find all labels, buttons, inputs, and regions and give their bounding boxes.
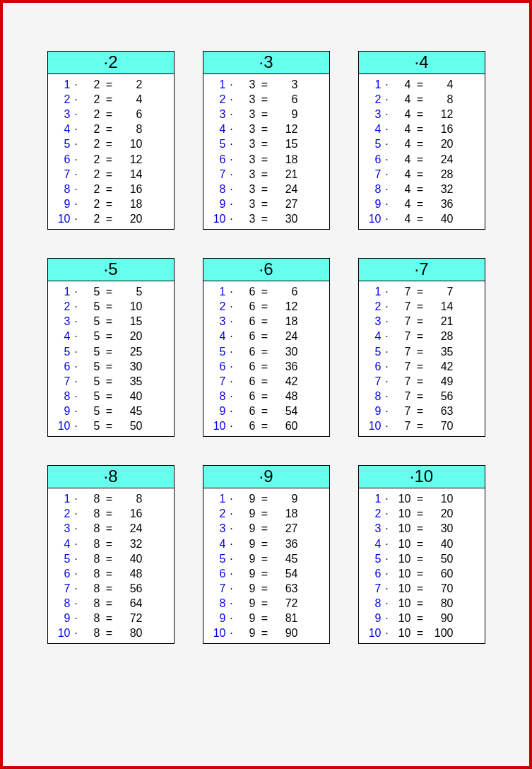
equals-sign: =	[100, 122, 119, 136]
equals-sign: =	[100, 566, 119, 581]
operator-dot: ·	[382, 182, 393, 196]
product: 90	[430, 611, 454, 626]
multiplier: 5	[82, 389, 100, 404]
table-row: 1·3=3	[208, 77, 325, 92]
operator-dot: ·	[71, 92, 82, 107]
product: 50	[430, 551, 454, 566]
table-row: 2·2=4	[52, 92, 170, 107]
table-row: 7·9=63	[208, 581, 325, 596]
operator-dot: ·	[226, 284, 237, 299]
multiplication-card: ·41·4=42·4=83·4=124·4=165·4=206·4=247·4=…	[358, 51, 485, 230]
product: 80	[119, 626, 143, 640]
multiplier: 4	[393, 167, 411, 182]
operator-dot: ·	[382, 284, 393, 299]
product: 15	[274, 136, 298, 151]
table-row: 10·5=50	[52, 418, 170, 433]
multiplier: 4	[393, 152, 411, 167]
equals-sign: =	[100, 374, 119, 389]
equals-sign: =	[411, 211, 430, 226]
multiplier: 2	[82, 182, 100, 196]
equals-sign: =	[411, 566, 430, 581]
table-row: 4·8=32	[52, 536, 170, 551]
table-row: 10·8=80	[52, 626, 170, 640]
operator-dot: ·	[71, 521, 82, 536]
table-row: 3·3=9	[208, 107, 325, 122]
table-row: 4·5=20	[52, 329, 170, 344]
operator-dot: ·	[226, 92, 237, 107]
operator-dot: ·	[71, 491, 82, 506]
multiplier: 6	[237, 344, 256, 359]
table-row: 8·10=80	[363, 596, 480, 611]
multiplicand: 1	[363, 77, 382, 92]
operator-dot: ·	[382, 374, 393, 389]
multiplier: 8	[82, 551, 100, 566]
multiplier: 6	[237, 329, 256, 344]
equals-sign: =	[256, 314, 274, 329]
product: 8	[119, 122, 143, 136]
multiplication-card: ·71·7=72·7=143·7=214·7=285·7=356·7=427·7…	[358, 258, 485, 437]
operator-dot: ·	[382, 506, 393, 521]
card-body: 1·5=52·5=103·5=154·5=205·5=256·5=307·5=3…	[48, 281, 174, 436]
table-row: 5·2=10	[52, 136, 170, 151]
equals-sign: =	[256, 521, 274, 536]
operator-dot: ·	[382, 611, 393, 626]
product: 14	[430, 299, 454, 314]
operator-dot: ·	[71, 389, 82, 404]
multiplicand: 6	[363, 359, 382, 374]
multiplication-card: ·61·6=62·6=123·6=184·6=245·6=306·6=367·6…	[203, 258, 330, 437]
multiplication-card: ·81·8=82·8=163·8=244·8=325·8=406·8=487·8…	[47, 465, 175, 644]
product: 63	[430, 404, 454, 418]
operator-dot: ·	[382, 344, 393, 359]
equals-sign: =	[100, 521, 119, 536]
product: 100	[430, 626, 454, 640]
operator-dot: ·	[226, 182, 237, 196]
product: 42	[430, 359, 454, 374]
multiplier: 9	[237, 491, 256, 506]
product: 60	[274, 418, 298, 433]
multiplier: 4	[393, 122, 411, 136]
operator-dot: ·	[71, 596, 82, 611]
multiplier: 10	[393, 611, 411, 626]
table-row: 9·2=18	[52, 196, 170, 211]
table-row: 10·2=20	[52, 211, 170, 226]
equals-sign: =	[100, 418, 119, 433]
product: 9	[274, 491, 298, 506]
product: 18	[274, 314, 298, 329]
equals-sign: =	[256, 329, 274, 344]
product: 24	[274, 329, 298, 344]
product: 20	[119, 329, 143, 344]
equals-sign: =	[411, 581, 430, 596]
product: 40	[430, 536, 454, 551]
equals-sign: =	[256, 596, 274, 611]
card-body: 1·9=92·9=183·9=274·9=365·9=456·9=547·9=6…	[203, 488, 329, 643]
table-row: 10·7=70	[363, 418, 480, 433]
multiplier: 8	[82, 506, 100, 521]
table-row: 7·4=28	[363, 167, 480, 182]
operator-dot: ·	[226, 344, 237, 359]
multiplier: 5	[82, 404, 100, 418]
operator-dot: ·	[226, 611, 237, 626]
multiplicand: 1	[208, 77, 226, 92]
multiplier: 6	[237, 389, 256, 404]
multiplicand: 5	[208, 344, 226, 359]
operator-dot: ·	[71, 284, 82, 299]
multiplier: 4	[393, 136, 411, 151]
operator-dot: ·	[382, 167, 393, 182]
multiplicand: 5	[363, 551, 382, 566]
equals-sign: =	[100, 182, 119, 196]
operator-dot: ·	[226, 404, 237, 418]
multiplier: 2	[82, 211, 100, 226]
multiplicand: 9	[208, 611, 226, 626]
operator-dot: ·	[382, 314, 393, 329]
table-row: 7·2=14	[52, 167, 170, 182]
table-row: 3·2=6	[52, 107, 170, 122]
product: 72	[274, 596, 298, 611]
operator-dot: ·	[382, 77, 393, 92]
equals-sign: =	[256, 359, 274, 374]
multiplier: 3	[237, 196, 256, 211]
equals-sign: =	[411, 152, 430, 167]
multiplicand: 4	[52, 536, 71, 551]
operator-dot: ·	[226, 581, 237, 596]
multiplier: 8	[82, 536, 100, 551]
table-row: 3·10=30	[363, 521, 480, 536]
